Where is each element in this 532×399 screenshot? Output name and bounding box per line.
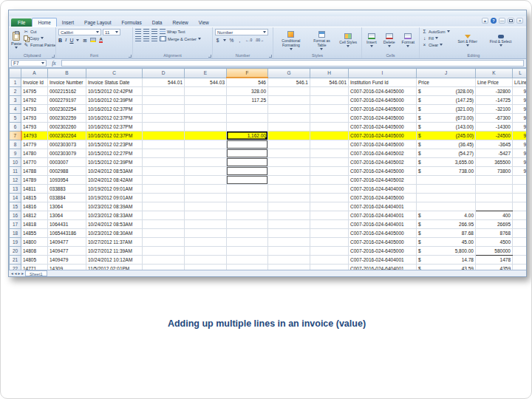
align-bottom-icon[interactable] [151, 29, 157, 34]
cell-E8[interactable] [185, 140, 227, 149]
cell-G10[interactable] [268, 158, 310, 167]
tab-view[interactable]: View [194, 18, 214, 27]
cell-I16[interactable]: C007-2016-024-6404001 [349, 211, 417, 220]
cell-J18[interactable]: $87.68 [417, 229, 476, 238]
cell-K14[interactable] [476, 194, 513, 202]
cell-G6[interactable] [268, 123, 310, 132]
cell-C16[interactable]: 10/23/2012 08:33AM [86, 211, 143, 220]
cell-F7[interactable]: 1,162.00 [227, 132, 268, 140]
cell-B15[interactable]: 13064 [48, 202, 86, 211]
cell-A5[interactable]: 14793 [21, 114, 48, 123]
cell-H1[interactable]: 546.001 [310, 78, 349, 87]
row-header-5[interactable]: 5 [10, 114, 21, 123]
insert-button[interactable]: Insert [366, 29, 377, 52]
cell-J1[interactable]: Price [417, 78, 476, 87]
row-header-1[interactable]: 1 [10, 78, 21, 87]
cell-A3[interactable]: 14792 [21, 96, 48, 105]
cell-D8[interactable] [143, 140, 185, 149]
cell-G20[interactable] [268, 247, 310, 256]
cell-I22[interactable]: C007-2016-024-6404001 [349, 265, 417, 270]
cell-H5[interactable] [310, 114, 349, 123]
cell-K11[interactable]: 73800 [476, 167, 513, 176]
cell-J6[interactable]: $(143.00) [417, 123, 476, 132]
cell-C2[interactable]: 10/15/2012 02:42PM [86, 87, 143, 96]
cell-H2[interactable] [310, 87, 349, 96]
cell-D12[interactable] [143, 176, 185, 185]
cell-C1[interactable]: Invoice Status Date [86, 78, 143, 87]
cell-E22[interactable] [185, 265, 227, 270]
cell-F14[interactable] [227, 194, 268, 202]
cell-I1[interactable]: Institution Fund Id [349, 78, 417, 87]
cell-F15[interactable] [227, 202, 268, 211]
find-select-button[interactable]: Find & Select [485, 29, 516, 52]
cell-L1[interactable]: L/Line [513, 78, 527, 87]
cell-E16[interactable] [185, 211, 227, 220]
dialog-launcher-icon[interactable] [269, 55, 272, 58]
cell-I9[interactable]: C007-2016-024-6405002 [349, 149, 417, 158]
cell-K21[interactable]: 1478 [476, 256, 513, 265]
cell-D20[interactable] [143, 247, 185, 256]
help-icon[interactable]: ? [491, 18, 497, 24]
cell-E7[interactable] [185, 132, 227, 140]
cell-C17[interactable]: 10/24/2012 08:53AM [86, 220, 143, 229]
row-header-20[interactable]: 20 [10, 247, 21, 256]
cell-J22[interactable]: $43.59 [417, 265, 476, 270]
cell-E18[interactable] [185, 229, 227, 238]
cell-I15[interactable]: C007-2016-024-6404001 [349, 202, 417, 211]
cell-B1[interactable]: Invoice Number [48, 78, 86, 87]
cell-B14[interactable]: 033884 [48, 194, 86, 202]
cell-B7[interactable]: 0002302264 [48, 132, 86, 140]
cell-B17[interactable]: 1064431 [48, 220, 86, 229]
cell-F9[interactable] [227, 149, 268, 158]
insert-function-icon[interactable]: fx [49, 60, 59, 66]
autosum-button[interactable]: ΣAutoSum [422, 29, 450, 34]
cell-C19[interactable]: 10/27/2012 11:37AM [86, 238, 143, 247]
cell-D3[interactable] [143, 96, 185, 105]
row-header-16[interactable]: 16 [10, 211, 21, 220]
cell-I19[interactable]: C007-2016-024-6405000 [349, 238, 417, 247]
cell-C9[interactable]: 10/15/2012 02:27PM [86, 149, 143, 158]
cell-L2[interactable]: 9 [513, 87, 527, 96]
delete-button[interactable]: Delete [383, 29, 395, 52]
cell-G3[interactable] [268, 96, 310, 105]
align-center-icon[interactable] [143, 36, 149, 41]
col-header-E[interactable]: E [185, 69, 227, 78]
row-header-17[interactable]: 17 [10, 220, 21, 229]
cell-F6[interactable] [227, 123, 268, 132]
cell-E15[interactable] [185, 202, 227, 211]
cell-C8[interactable]: 10/15/2012 02:23PM [86, 140, 143, 149]
cell-K18[interactable]: 8768 [476, 229, 513, 238]
cell-K7[interactable]: -24500 [476, 132, 513, 140]
cell-C13[interactable]: 10/19/2012 09:01AM [86, 185, 143, 194]
cell-G16[interactable] [268, 211, 310, 220]
borders-icon[interactable]: ⊞ [82, 38, 87, 43]
cell-J2[interactable]: $(328.00) [417, 87, 476, 96]
dialog-launcher-icon[interactable] [52, 55, 55, 58]
cell-B9[interactable]: 0002303079 [48, 149, 86, 158]
col-header-G[interactable]: G [268, 69, 310, 78]
cell-F16[interactable] [227, 211, 268, 220]
cell-J8[interactable]: $(36.45) [417, 140, 476, 149]
cell-C12[interactable]: 10/24/2012 08:42AM [86, 176, 143, 185]
cell-J10[interactable]: $3,655.00 [417, 158, 476, 167]
cell-F19[interactable] [227, 238, 268, 247]
cell-J3[interactable]: $(147.25) [417, 96, 476, 105]
cell-F8[interactable] [227, 140, 268, 149]
cell-L22[interactable] [513, 265, 527, 270]
cell-I17[interactable]: C007-2016-024-6404001 [349, 220, 417, 229]
fill-color-icon[interactable] [90, 38, 96, 42]
cell-L17[interactable] [513, 220, 527, 229]
cell-K6[interactable]: -14300 [476, 123, 513, 132]
cell-I12[interactable]: C007-2016-024-6405002 [349, 176, 417, 185]
align-top-icon[interactable] [135, 29, 141, 34]
next-sheet-icon[interactable]: ▸ [18, 271, 21, 276]
cell-A6[interactable]: 14793 [21, 123, 48, 132]
cell-D15[interactable] [143, 202, 185, 211]
cell-G7[interactable] [268, 132, 310, 140]
cell-K1[interactable]: Line Price [476, 78, 513, 87]
col-header-F[interactable]: F [227, 69, 268, 78]
cell-B8[interactable]: 0002303073 [48, 140, 86, 149]
cell-E17[interactable] [185, 220, 227, 229]
cell-A9[interactable]: 14780 [21, 149, 48, 158]
cell-B4[interactable]: 0002302254 [48, 105, 86, 114]
